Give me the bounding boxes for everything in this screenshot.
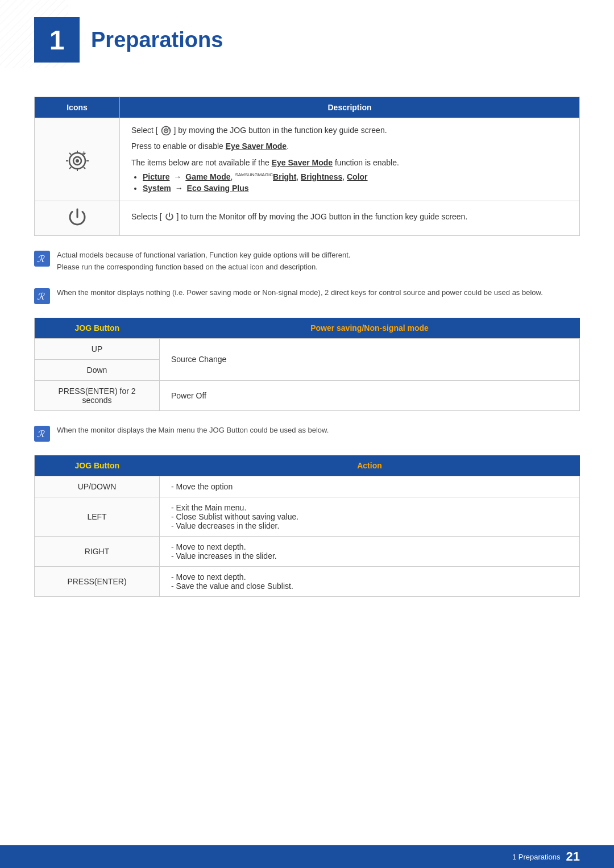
note-icon-3: ℛ — [34, 426, 50, 442]
jog-up-cell: UP — [35, 338, 160, 359]
list-item-system: System → Eco Saving Plus — [143, 184, 568, 193]
page-content: Icons Description — [0, 97, 614, 597]
list-item-picture: Picture → Game Mode, SAMSUNGMAGICBright,… — [143, 172, 568, 181]
note-block-1: ℛ Actual models because of functional va… — [34, 250, 580, 273]
col-header-icons: Icons — [35, 97, 120, 118]
jog-action-row-left: LEFT - Exit the Main menu. - Close Subli… — [35, 497, 580, 536]
note-icon-1: ℛ — [34, 251, 50, 267]
jog-row-press: PRESS(ENTER) for 2 seconds Power Off — [35, 380, 580, 410]
chapter-title: Preparations — [80, 28, 223, 52]
note-icon-2: ℛ — [34, 288, 50, 304]
eye-saver-icon: + — [46, 148, 108, 171]
jog-action-row-right: RIGHT - Move to next depth. - Value incr… — [35, 536, 580, 566]
game-mode-link: Game Mode — [185, 172, 230, 181]
action-exit-menu: - Exit the Main menu. - Close Sublist wi… — [160, 497, 580, 536]
col-header-description: Description — [120, 97, 580, 118]
svg-text:ℛ: ℛ — [37, 292, 45, 301]
svg-line-8 — [84, 167, 85, 169]
page-number: 21 — [566, 849, 580, 864]
col-header-jog-2: JOG Button — [35, 455, 160, 476]
chapter-block: 1 Preparations — [34, 17, 580, 63]
samsung-magic-label: SAMSUNGMAGIC — [235, 172, 273, 181]
chapter-number: 1 — [34, 17, 80, 63]
page-footer: 1 Preparations 21 — [0, 845, 614, 868]
icon-cell-power — [35, 201, 120, 236]
action-save-close: - Move to next depth. - Save the value a… — [160, 566, 580, 596]
action-power-off: Power Off — [160, 380, 580, 410]
note-block-3: ℛ When the monitor displays the Main men… — [34, 425, 580, 442]
jog-row-up: UP Source Change — [35, 338, 580, 359]
power-desc: Selects [ ] to turn the Monitor off by m… — [131, 210, 568, 223]
jog-right-cell: RIGHT — [35, 536, 160, 566]
desc-cell-eye-saver: Select [ + ] by moving the JOG button in… — [120, 118, 580, 201]
note-text-1: Actual models because of functional vari… — [57, 250, 350, 273]
eco-saving-plus-link: Eco Saving Plus — [187, 184, 249, 193]
desc-line-1: Select [ + ] by moving the JOG button in… — [131, 124, 568, 136]
col-header-power-saving: Power saving/Non-signal mode — [160, 318, 580, 339]
desc-line-3: The items below are not available if the… — [131, 156, 568, 169]
action-next-depth-right: - Move to next depth. - Value increases … — [160, 536, 580, 566]
svg-point-4 — [76, 159, 79, 163]
col-header-jog-1: JOG Button — [35, 318, 160, 339]
jog-left-cell: LEFT — [35, 497, 160, 536]
table-row-power: Selects [ ] to turn the Monitor off by m… — [35, 201, 580, 236]
jog-action-row-updown: UP/DOWN - Move the option — [35, 476, 580, 497]
color-link: Color — [347, 172, 368, 181]
action-move-option: - Move the option — [160, 476, 580, 497]
svg-text:+: + — [168, 127, 170, 130]
jog-action-table: JOG Button Action UP/DOWN - Move the opt… — [34, 455, 580, 597]
desc-line-2: Press to enable or disable Eye Saver Mod… — [131, 140, 568, 152]
jog-press-enter-cell: PRESS(ENTER) — [35, 566, 160, 596]
eye-saver-mode-link2: Eye Saver Mode — [272, 158, 333, 167]
icons-description-table: Icons Description — [34, 97, 580, 236]
jog-updown-cell: UP/DOWN — [35, 476, 160, 497]
jog-press-cell: PRESS(ENTER) for 2 seconds — [35, 380, 160, 410]
col-header-action: Action — [160, 455, 580, 476]
svg-text:+: + — [82, 149, 86, 157]
svg-text:ℛ: ℛ — [37, 254, 45, 264]
icon-cell-eye-saver: + — [35, 118, 120, 201]
system-link: System — [143, 184, 171, 193]
svg-point-16 — [165, 130, 167, 132]
eye-saver-mode-link: Eye Saver Mode — [226, 142, 287, 151]
desc-bullet-list: Picture → Game Mode, SAMSUNGMAGICBright,… — [131, 172, 568, 193]
footer-chapter-text: 1 Preparations — [512, 853, 561, 861]
jog-action-row-press: PRESS(ENTER) - Move to next depth. - Sav… — [35, 566, 580, 596]
note-text-2: When the monitor displays nothing (i.e. … — [57, 287, 543, 299]
power-icon — [46, 207, 108, 230]
page-header: 1 Preparations — [0, 0, 614, 97]
svg-text:ℛ: ℛ — [37, 429, 45, 439]
jog-down-cell: Down — [35, 359, 160, 380]
table-row: + Select [ + — [35, 118, 580, 201]
brightness-link: Brightness — [301, 172, 342, 181]
svg-line-12 — [69, 153, 71, 155]
note-text-3: When the monitor displays the Main menu … — [57, 425, 329, 437]
action-source-change: Source Change — [160, 338, 580, 380]
picture-link: Picture — [143, 172, 169, 181]
desc-cell-power: Selects [ ] to turn the Monitor off by m… — [120, 201, 580, 236]
note-block-2: ℛ When the monitor displays nothing (i.e… — [34, 287, 580, 304]
jog-power-table: JOG Button Power saving/Non-signal mode … — [34, 318, 580, 411]
svg-line-10 — [69, 167, 71, 169]
bright-link: Bright — [273, 172, 296, 181]
